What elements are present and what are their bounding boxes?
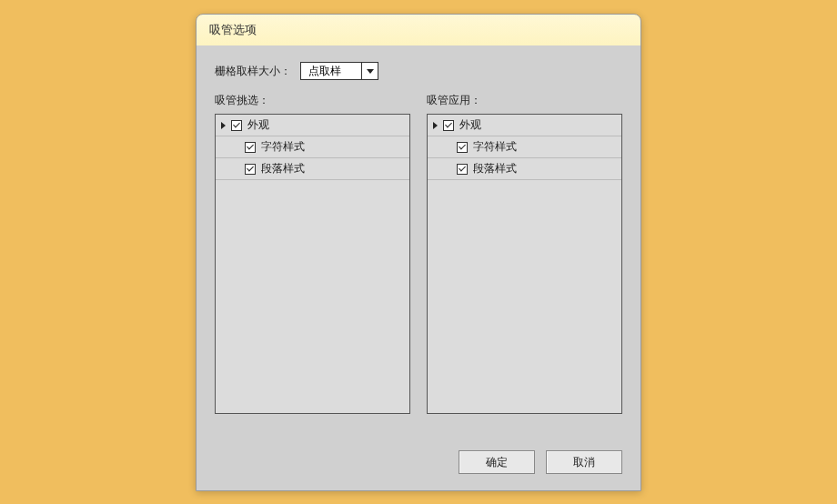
dialog-title: 吸管选项 <box>209 23 257 36</box>
check-icon <box>247 144 254 151</box>
dialog-buttons: 确定 取消 <box>459 450 622 474</box>
tree-row[interactable]: 字符样式 <box>428 136 621 158</box>
dialog-title-bar[interactable]: 吸管选项 <box>197 15 640 45</box>
checkbox-char-style[interactable] <box>245 142 256 153</box>
dropdown-toggle[interactable] <box>361 63 378 79</box>
sample-size-dropdown[interactable]: 点取样 <box>300 62 378 80</box>
picks-tree[interactable]: 外观 字符样式 段落样式 <box>215 114 410 414</box>
checkbox-para-style[interactable] <box>457 164 468 175</box>
sample-size-row: 栅格取样大小： 点取样 <box>215 62 622 80</box>
checkbox-char-style[interactable] <box>457 142 468 153</box>
checkbox-appearance[interactable] <box>231 120 242 131</box>
picks-label: 吸管挑选： <box>215 93 410 108</box>
applies-tree[interactable]: 外观 字符样式 段落样式 <box>427 114 622 414</box>
check-icon <box>445 122 452 129</box>
applies-label: 吸管应用： <box>427 93 622 108</box>
check-icon <box>459 166 466 173</box>
expand-arrow-icon[interactable] <box>433 122 438 129</box>
applies-column: 吸管应用： 外观 字符样式 段落样式 <box>427 93 622 414</box>
ok-button[interactable]: 确定 <box>459 450 535 474</box>
tree-columns: 吸管挑选： 外观 字符样式 段落样式 <box>215 93 622 414</box>
tree-row[interactable]: 段落样式 <box>216 158 409 180</box>
eyedropper-options-dialog: 吸管选项 栅格取样大小： 点取样 吸管挑选： 外观 <box>196 14 641 491</box>
expand-arrow-icon[interactable] <box>221 122 226 129</box>
tree-row[interactable]: 段落样式 <box>428 158 621 180</box>
tree-item-label: 字符样式 <box>473 139 517 155</box>
cancel-button[interactable]: 取消 <box>546 450 622 474</box>
check-icon <box>459 144 466 151</box>
checkbox-appearance[interactable] <box>443 120 454 131</box>
picks-column: 吸管挑选： 外观 字符样式 段落样式 <box>215 93 410 414</box>
chevron-down-icon <box>367 69 374 74</box>
check-icon <box>247 166 254 173</box>
sample-size-label: 栅格取样大小： <box>215 64 291 79</box>
check-icon <box>233 122 240 129</box>
dialog-body: 栅格取样大小： 点取样 吸管挑选： 外观 <box>197 45 640 490</box>
tree-row[interactable]: 外观 <box>428 115 621 136</box>
cancel-label: 取消 <box>573 455 595 470</box>
tree-row[interactable]: 字符样式 <box>216 136 409 158</box>
tree-row[interactable]: 外观 <box>216 115 409 136</box>
tree-item-label: 段落样式 <box>261 161 305 176</box>
checkbox-para-style[interactable] <box>245 164 256 175</box>
tree-item-label: 段落样式 <box>473 161 517 176</box>
tree-item-label: 字符样式 <box>261 139 305 155</box>
ok-label: 确定 <box>486 455 508 470</box>
tree-item-label: 外观 <box>247 117 269 133</box>
sample-size-value: 点取样 <box>301 64 361 79</box>
tree-item-label: 外观 <box>459 117 481 133</box>
